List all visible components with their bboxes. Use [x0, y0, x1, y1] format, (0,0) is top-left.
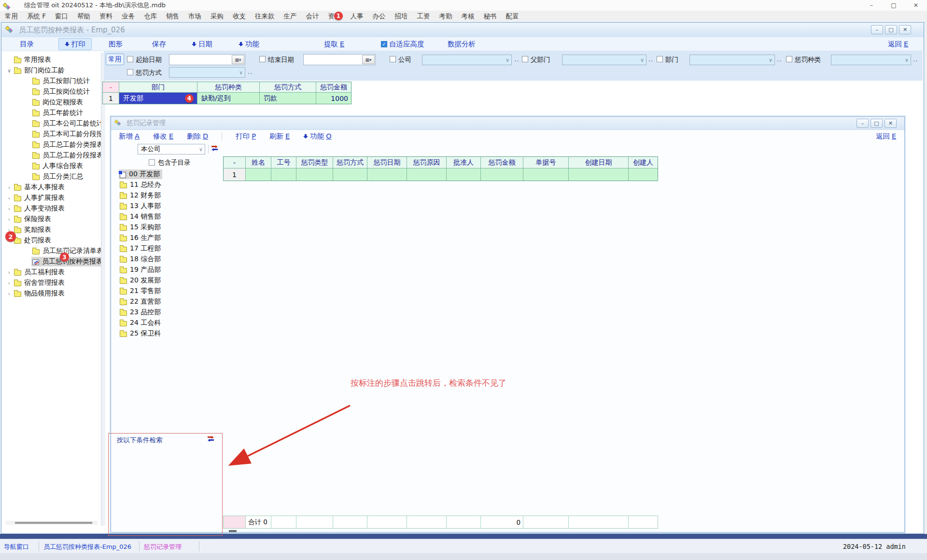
dept-item[interactable]: 17 工程部 — [116, 243, 220, 254]
checkbox-checked-icon[interactable]: ✓ — [381, 41, 387, 47]
parent-dept-dropdown[interactable]: ∨ — [562, 55, 646, 65]
common-filter-button[interactable]: 常用 — [106, 54, 124, 65]
tree-item[interactable]: 岗位定额报表 — [4, 97, 101, 108]
tree-item[interactable]: 员工本司工龄分段报表 — [4, 129, 101, 140]
header-cell[interactable]: - — [103, 82, 119, 93]
expand-arrow-icon[interactable]: › — [5, 206, 13, 212]
dept-item[interactable]: 13 人事部 — [116, 201, 220, 211]
hscrollbar-thumb[interactable] — [229, 530, 237, 532]
menu-item[interactable]: 系统 F — [27, 12, 46, 21]
expand-arrow-icon[interactable]: › — [5, 291, 13, 297]
empty-cell[interactable] — [367, 168, 407, 181]
tree-item[interactable]: 员工总工龄分段报表 — [4, 150, 101, 161]
company-select[interactable]: 本公司∨ — [138, 144, 205, 154]
back-button[interactable]: 返回E — [888, 37, 908, 51]
empty-cell[interactable] — [569, 168, 629, 181]
punish-window-titlebar[interactable]: 惩罚记录管理 – □ ✕ — [111, 117, 904, 130]
dept-item[interactable]: 23 品控部 — [116, 307, 220, 318]
empty-cell[interactable] — [296, 168, 333, 181]
ellipsis-button[interactable]: .. — [248, 68, 253, 75]
header-cell[interactable]: 惩罚日期 — [367, 157, 407, 168]
report-window-titlebar[interactable]: 员工惩罚按种类报表 - Emp_026 – □ ✕ — [1, 23, 924, 38]
ellipsis-button[interactable]: .. — [913, 56, 918, 63]
expand-arrow-icon[interactable]: ∨ — [5, 68, 13, 74]
graphic-button[interactable]: 图形 — [109, 37, 123, 51]
menu-item[interactable]: 市场 — [188, 12, 201, 21]
add-button[interactable]: 新增A — [119, 132, 140, 141]
end-date-input[interactable]: ▦▾ — [303, 54, 376, 65]
menu-item[interactable]: 销售 — [166, 12, 179, 21]
header-cell[interactable]: 创建人 — [629, 157, 658, 168]
header-cell[interactable]: 惩罚类型 — [296, 157, 333, 168]
calendar-icon[interactable]: ▦▾ — [362, 55, 375, 64]
menu-item[interactable]: 招培 — [395, 12, 408, 21]
tree-item[interactable]: ∨ 部门岗位工龄 — [4, 65, 101, 76]
end-date-checkbox[interactable] — [259, 56, 266, 62]
status-report-tab[interactable]: 员工惩罚按种类报表-Emp_026 — [43, 543, 131, 551]
start-date-input[interactable]: ▦▾ — [169, 54, 245, 65]
dept-item[interactable]: 18 综合部 — [116, 254, 220, 265]
tree-item[interactable]: › 人事扩展报表 — [4, 193, 101, 203]
header-cell[interactable]: 惩罚种类 — [197, 82, 260, 93]
header-cell[interactable]: 惩罚方式 — [260, 82, 316, 93]
empty-cell[interactable] — [629, 168, 658, 181]
row-number-cell[interactable]: 1 — [224, 168, 246, 181]
panel-divider[interactable] — [101, 53, 105, 526]
empty-cell[interactable] — [407, 168, 447, 181]
tree-item[interactable]: 员工总工龄分类报表 — [4, 140, 101, 150]
dept-item[interactable]: 15 采购部 — [116, 222, 220, 233]
maximize-icon[interactable]: □ — [883, 0, 905, 11]
punish-kind-checkbox[interactable] — [786, 56, 792, 62]
punish-kind-dropdown[interactable]: ∨ — [831, 55, 911, 65]
tree-item[interactable]: 处罚报表 — [4, 235, 101, 246]
menu-item[interactable]: 秘书 — [484, 12, 497, 21]
menu-item[interactable]: 采购 — [211, 12, 224, 21]
empty-cell[interactable] — [523, 168, 569, 181]
header-cell[interactable]: 工号 — [271, 157, 296, 168]
header-cell[interactable]: 惩罚原因 — [407, 157, 447, 168]
expand-arrow-icon[interactable]: › — [5, 184, 13, 191]
method-cell[interactable]: 罚款 — [260, 93, 316, 104]
ellipsis-button[interactable]: .. — [514, 56, 519, 63]
menu-item[interactable]: 收支 — [233, 12, 246, 21]
minimize-icon[interactable]: – — [860, 0, 883, 11]
tree-item[interactable]: 员工年龄统计 — [4, 108, 101, 118]
empty-cell[interactable] — [246, 168, 271, 181]
empty-cell[interactable] — [447, 168, 481, 181]
row-number-cell[interactable]: 1 — [103, 93, 119, 104]
status-punish-tab[interactable]: 惩罚记录管理 — [144, 543, 182, 551]
header-cell[interactable]: 惩罚金额 — [316, 82, 351, 93]
expand-arrow-icon[interactable]: › — [5, 216, 13, 223]
calendar-icon[interactable]: ▦▾ — [232, 55, 244, 64]
delete-button[interactable]: 删除D — [187, 132, 208, 141]
parent-dept-checkbox[interactable] — [522, 56, 528, 62]
dept-item[interactable]: 25 保卫科 — [116, 328, 220, 339]
dept-item[interactable]: 22 直营部 — [116, 296, 220, 307]
expand-arrow-icon[interactable]: › — [5, 280, 13, 286]
dept-item[interactable]: 21 零售部 — [116, 286, 220, 296]
window-close-icon[interactable]: ✕ — [899, 25, 911, 34]
refresh-button[interactable]: 刷新E — [269, 132, 290, 141]
tree-item[interactable]: 常用报表 — [4, 55, 101, 65]
window-restore-icon[interactable]: □ — [885, 25, 897, 34]
expand-arrow-icon[interactable]: › — [5, 269, 13, 276]
swap-panel-icon[interactable] — [211, 145, 218, 151]
back-button[interactable]: 返回E — [876, 132, 896, 141]
dept-item[interactable]: 16 生产部 — [116, 233, 220, 243]
punish-method-dropdown[interactable]: ∨ — [169, 67, 245, 78]
ellipsis-button[interactable]: .. — [777, 56, 782, 63]
menu-item[interactable]: 业务 — [122, 12, 135, 21]
menu-item[interactable]: 往来款 — [255, 12, 275, 21]
function-menu-button[interactable]: 功能O — [303, 132, 331, 141]
company-dropdown[interactable]: ∨ — [422, 55, 512, 65]
menu-item[interactable]: 常用 — [5, 12, 18, 21]
menu-item[interactable]: 窗口 — [55, 12, 68, 21]
tree-item[interactable]: › 保险报表 — [4, 214, 101, 224]
tree-item[interactable]: 员工按岗位统计 — [4, 86, 101, 97]
window-maximize-icon[interactable]: □ — [871, 119, 883, 128]
header-cell[interactable]: 单据号 — [523, 157, 569, 168]
header-cell[interactable]: 惩罚方式 — [333, 157, 367, 168]
tree-item[interactable]: › 奖励报表 — [4, 224, 101, 235]
menu-item[interactable]: 资料 — [99, 12, 112, 21]
include-subdir-checkbox[interactable] — [149, 159, 155, 166]
